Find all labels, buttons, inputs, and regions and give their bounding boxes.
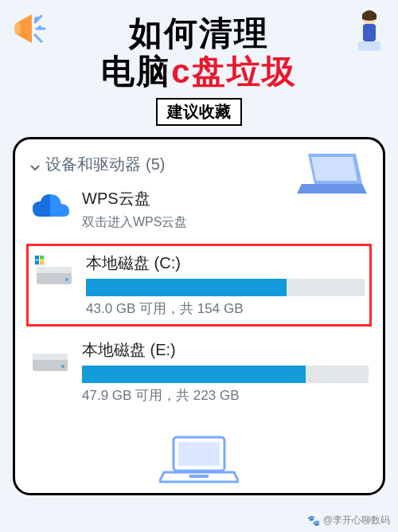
laptop-decoration-top xyxy=(294,149,369,201)
page-title: 如何清理 电脑c盘垃圾 xyxy=(0,0,398,92)
svg-point-13 xyxy=(65,278,68,281)
storage-bar-fill xyxy=(82,366,306,383)
paw-icon: 🐾 xyxy=(307,514,320,526)
svg-point-16 xyxy=(61,365,64,368)
svg-rect-18 xyxy=(178,442,220,466)
chevron-down-icon xyxy=(29,158,41,170)
bookmark-badge: 建议收藏 xyxy=(156,98,242,126)
svg-rect-11 xyxy=(35,260,39,264)
megaphone-icon xyxy=(10,10,48,48)
svg-point-0 xyxy=(14,22,21,35)
title-line-1: 如何清理 xyxy=(0,14,398,53)
laptop-decoration-bottom xyxy=(159,434,239,488)
drive-name: 本地磁盘 (C:) xyxy=(86,252,365,274)
storage-bar xyxy=(86,279,365,296)
explorer-card: 设备和驱动器 (5) WPS云盘 双击进入WPS云盘 xyxy=(13,137,385,495)
svg-rect-19 xyxy=(189,475,209,478)
drive-stats: 47.9 GB 可用，共 223 GB xyxy=(82,386,369,405)
drive-subtitle: 双击进入WPS云盘 xyxy=(82,214,369,231)
svg-rect-7 xyxy=(37,267,72,273)
author-footer: 🐾 @李开心聊数码 xyxy=(307,514,390,527)
drive-local-e[interactable]: 本地磁盘 (E:) 47.9 GB 可用，共 223 GB xyxy=(23,331,375,413)
drive-name: 本地磁盘 (E:) xyxy=(82,339,369,361)
storage-bar-fill xyxy=(86,279,287,296)
svg-rect-12 xyxy=(40,260,44,264)
author-name: @李开心聊数码 xyxy=(323,514,390,527)
person-illustration xyxy=(350,6,388,53)
drive-stats: 43.0 GB 可用，共 154 GB xyxy=(86,299,365,318)
section-count: (5) xyxy=(146,155,165,174)
svg-rect-4 xyxy=(363,24,376,41)
title-line-2: 电脑c盘垃圾 xyxy=(0,53,398,91)
storage-bar xyxy=(82,366,369,383)
disk-icon xyxy=(29,341,71,377)
svg-rect-15 xyxy=(33,354,68,360)
drive-local-c[interactable]: 本地磁盘 (C:) 43.0 GB 可用，共 154 GB xyxy=(26,244,372,327)
svg-rect-10 xyxy=(40,256,44,260)
section-label: 设备和驱动器 xyxy=(45,154,141,175)
cloud-icon xyxy=(29,190,71,226)
disk-icon xyxy=(33,254,75,291)
svg-rect-5 xyxy=(358,41,380,51)
svg-rect-9 xyxy=(35,256,39,260)
